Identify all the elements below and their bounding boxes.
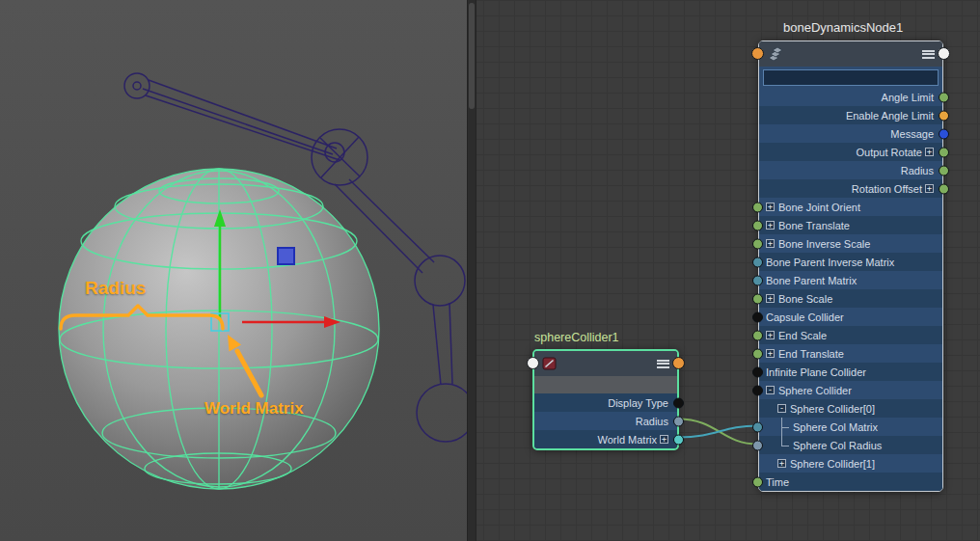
expand-icon[interactable]: + — [766, 221, 775, 230]
node-title-bone-dynamics: boneDynamicsNode1 — [783, 20, 903, 35]
output-port[interactable] — [939, 183, 949, 194]
attr-label: Bone Joint Orient — [778, 202, 860, 213]
menu-icon[interactable] — [922, 50, 935, 59]
row-end-scale[interactable]: + End Scale — [759, 326, 942, 344]
row-message[interactable]: Message — [759, 124, 942, 143]
attr-label: Bone Translate — [778, 220, 850, 231]
row-bone-parent-matrix[interactable]: Bone Parent Matrix — [759, 271, 942, 289]
row-radius-out[interactable]: Radius — [759, 161, 942, 179]
row-rotation-offset[interactable]: Rotation Offset + — [759, 179, 942, 198]
node-boneDynamicsNode1[interactable]: Angle Limit Enable Angle Limit Message O… — [758, 41, 943, 492]
row-bone-joint-orient[interactable]: + Bone Joint Orient — [759, 198, 942, 216]
attr-label: Message — [890, 128, 934, 140]
expand-icon[interactable]: + — [766, 294, 775, 303]
row-sphere-collider[interactable]: - Sphere Collider — [759, 381, 942, 399]
node-header[interactable] — [534, 351, 677, 376]
output-port[interactable] — [673, 397, 684, 408]
input-port[interactable] — [752, 293, 763, 304]
node-title-sphere-collider: sphereCollider1 — [534, 331, 619, 344]
output-plug[interactable] — [938, 47, 950, 60]
input-port[interactable] — [752, 220, 763, 230]
output-port[interactable] — [939, 92, 949, 102]
row-display-type[interactable]: Display Type — [534, 393, 677, 412]
collapse-icon[interactable]: - — [777, 404, 786, 413]
input-port[interactable] — [752, 330, 763, 340]
menu-icon[interactable] — [657, 360, 669, 368]
attr-label: Time — [766, 476, 789, 488]
output-port[interactable] — [673, 416, 684, 426]
attr-label: Sphere Col Radius — [793, 440, 882, 451]
node-sphereCollider1[interactable]: Display Type Radius World Matrix + — [532, 349, 679, 450]
row-enable-angle-limit[interactable]: Enable Angle Limit — [759, 106, 942, 124]
input-port[interactable] — [752, 311, 763, 322]
expand-icon[interactable]: + — [766, 239, 775, 248]
row-infinite-plane-collider[interactable]: Infinite Plane Collider — [759, 363, 942, 381]
row-sphere-collider-1[interactable]: + Sphere Collider[1] — [759, 454, 942, 473]
attr-label: Sphere Collider — [778, 385, 852, 396]
attr-filter-area — [759, 67, 942, 88]
attr-label: Sphere Collider[1] — [790, 458, 875, 470]
row-bone-translate[interactable]: + Bone Translate — [759, 216, 942, 234]
attr-label: Angle Limit — [882, 92, 934, 103]
input-port[interactable] — [752, 257, 763, 267]
expand-icon[interactable]: + — [766, 331, 775, 339]
scrollbar-thumb[interactable] — [469, 3, 475, 109]
expand-icon[interactable]: + — [766, 349, 775, 358]
input-plug[interactable] — [527, 357, 539, 369]
attr-label: Radius — [901, 165, 934, 176]
output-port[interactable] — [939, 165, 949, 176]
attr-label: Output Rotate — [857, 147, 923, 158]
node-attr-filter-input[interactable] — [763, 69, 939, 86]
row-capsule-collider[interactable]: Capsule Collider — [759, 308, 942, 326]
output-port[interactable] — [939, 110, 949, 121]
row-bone-inverse-scale[interactable]: + Bone Inverse Scale — [759, 234, 942, 253]
attr-label: End Translate — [778, 348, 844, 360]
output-plug[interactable] — [672, 357, 685, 369]
world-matrix-annotation-label: World Matrix — [204, 399, 304, 419]
output-port[interactable] — [939, 128, 949, 139]
attr-label: Sphere Collider[0] — [790, 403, 875, 415]
row-time[interactable]: Time — [759, 473, 942, 491]
row-radius[interactable]: Radius — [534, 412, 677, 430]
expand-icon[interactable]: + — [766, 203, 775, 211]
input-port[interactable] — [752, 202, 763, 212]
input-port[interactable] — [752, 440, 763, 450]
viewport-panel[interactable]: Radius World Matrix — [0, 0, 467, 541]
attr-label: Display Type — [608, 397, 668, 409]
attr-label: Sphere Col Matrix — [793, 421, 878, 433]
input-port[interactable] — [752, 385, 763, 395]
input-port[interactable] — [752, 238, 763, 249]
expand-icon[interactable]: + — [925, 148, 934, 156]
row-bone-scale[interactable]: + Bone Scale — [759, 289, 942, 308]
expand-icon[interactable]: + — [925, 184, 934, 193]
radius-annotation-label: Radius — [85, 278, 146, 299]
output-port[interactable] — [939, 147, 949, 157]
row-sphere-collider-0[interactable]: - Sphere Collider[0] — [759, 399, 942, 418]
row-world-matrix[interactable]: World Matrix + — [534, 430, 677, 448]
collapse-icon[interactable]: - — [766, 386, 775, 394]
input-port[interactable] — [752, 348, 763, 359]
row-sphere-col-radius[interactable]: Sphere Col Radius — [759, 436, 942, 454]
row-end-translate[interactable]: + End Translate — [759, 344, 942, 363]
attr-label: Rotation Offset — [852, 183, 922, 195]
vertical-scrollbar[interactable] — [468, 0, 476, 541]
expand-icon[interactable]: + — [777, 459, 786, 468]
row-bone-parent-inverse-matrix[interactable]: Bone Parent Inverse Matrix — [759, 253, 942, 271]
component-select-square[interactable] — [278, 248, 294, 264]
node-type-icon — [767, 47, 784, 61]
input-port[interactable] — [752, 476, 763, 487]
node-header[interactable] — [759, 41, 942, 67]
row-sphere-col-matrix[interactable]: Sphere Col Matrix — [759, 418, 942, 436]
node-type-icon — [542, 357, 558, 370]
row-angle-limit[interactable]: Angle Limit — [759, 88, 942, 106]
expand-icon[interactable]: + — [660, 435, 668, 444]
input-port[interactable] — [752, 275, 763, 285]
row-output-rotate[interactable]: Output Rotate + — [759, 143, 942, 161]
input-port[interactable] — [752, 366, 763, 377]
tree-guide — [781, 436, 782, 446]
input-port[interactable] — [752, 421, 763, 432]
attr-label: Capsule Collider — [766, 311, 844, 323]
output-port[interactable] — [673, 434, 684, 445]
attr-label: Infinite Plane Collider — [766, 366, 866, 378]
input-plug[interactable] — [751, 47, 764, 60]
